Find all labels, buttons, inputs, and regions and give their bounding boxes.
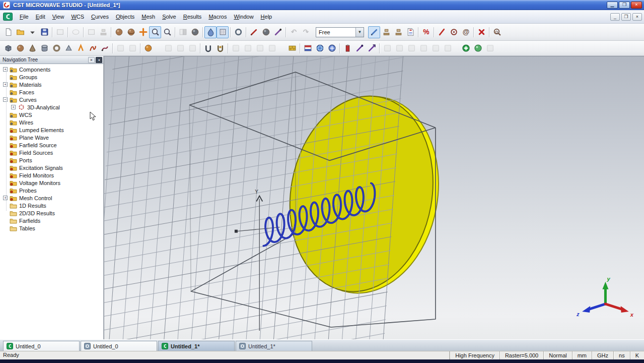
tree-item-wcs[interactable]: WCS [1, 111, 103, 118]
symmetry-planes-button[interactable] [326, 42, 338, 54]
zoom-in-button[interactable] [149, 26, 161, 38]
tree-item-excitation-signals[interactable]: Excitation Signals [1, 164, 103, 171]
tree-item-1d-results[interactable]: 1D Results [1, 202, 103, 209]
menu-wcs[interactable]: WCS [67, 12, 88, 21]
create-curve-button[interactable] [87, 42, 99, 54]
view-mode-combobox[interactable]: Free ▼ [316, 27, 364, 37]
tree-item-curves[interactable]: −Curves [1, 96, 103, 103]
export-object-button[interactable] [404, 26, 416, 38]
pick-rotation-button[interactable]: @ [460, 26, 472, 38]
tab-untitled-0-0[interactable]: Untitled_0 [3, 341, 80, 351]
create-torus-button[interactable] [50, 42, 62, 54]
tab-untitled-1--2[interactable]: Untitled_1* [158, 341, 235, 351]
zoom-out-button[interactable] [161, 26, 173, 38]
pick-edge-button[interactable] [248, 26, 260, 38]
child-restore-button[interactable]: ❐ [621, 13, 631, 21]
spin-view-button[interactable] [125, 26, 137, 38]
create-brick-button[interactable] [2, 42, 14, 54]
combo-dropdown-icon[interactable]: ▼ [355, 28, 364, 37]
tree-item-groups[interactable]: Groups [1, 73, 103, 81]
tree-item-field-sources[interactable]: Field Sources [1, 149, 103, 156]
open-dropdown-button[interactable] [26, 26, 38, 38]
menu-edit[interactable]: Edit [32, 12, 49, 21]
menu-view[interactable]: View [49, 12, 68, 21]
tree-item-components[interactable]: +Components [1, 66, 103, 73]
tree-item-materials[interactable]: +Materials [1, 81, 103, 88]
tree-item-ports[interactable]: Ports [1, 156, 103, 164]
tree-item-wires[interactable]: Wires [1, 118, 103, 126]
pick-face-button[interactable] [260, 26, 272, 38]
tree-item-plane-wave[interactable]: Plane Wave [1, 134, 103, 141]
tree-expand-icon[interactable]: + [3, 196, 8, 200]
tree-expand-icon[interactable]: + [3, 82, 8, 87]
create-extrusion-button[interactable] [62, 42, 75, 54]
tree-item-voltage-monitors[interactable]: Voltage Monitors [1, 179, 103, 187]
boolean-tool-button[interactable]: % [420, 26, 432, 38]
tree-item-field-monitors[interactable]: Field Monitors [1, 171, 103, 179]
axes-toggle-button[interactable] [204, 26, 217, 38]
open-file-button[interactable] [14, 26, 26, 38]
menu-macros[interactable]: Macros [205, 12, 230, 21]
pick-point-button[interactable] [272, 26, 284, 38]
material-library-button[interactable] [286, 42, 298, 54]
start-solver-button[interactable] [460, 42, 472, 54]
tree-expand-icon[interactable]: − [3, 97, 8, 102]
lumped-element-button[interactable] [366, 42, 378, 54]
panel-pin-icon[interactable]: ▪ [96, 57, 102, 63]
copy-stamp-button[interactable] [380, 26, 392, 38]
create-cone-button[interactable] [26, 42, 38, 54]
tab-untitled-0-1[interactable]: Untitled_0 [81, 341, 157, 351]
tree-expand-icon[interactable]: + [11, 105, 16, 109]
edit-properties-button[interactable] [368, 26, 380, 38]
zoom-selection-button[interactable]: Q [491, 26, 503, 38]
tree-item-farfields[interactable]: Farfields [1, 217, 103, 224]
menu-results[interactable]: Results [180, 12, 205, 21]
material-sphere-button[interactable] [142, 42, 154, 54]
tree-item-farfield-source[interactable]: Farfield Source [1, 141, 103, 149]
child-close-button[interactable]: × [632, 13, 642, 21]
workplane-toggle-button[interactable] [217, 26, 229, 38]
menu-mesh[interactable]: Mesh [138, 12, 159, 21]
tree-item-3d-analytical[interactable]: +3D-Analytical [1, 103, 103, 111]
rotate-view-button[interactable] [113, 26, 125, 38]
panel-close-icon[interactable]: × [88, 57, 95, 63]
wcs-link-button[interactable] [232, 26, 244, 38]
tree-item-faces[interactable]: Faces [1, 88, 103, 96]
tree-item-2d-3d-results[interactable]: 2D/3D Results [1, 209, 103, 217]
menu-help[interactable]: Help [257, 12, 276, 21]
new-file-button[interactable] [2, 26, 14, 38]
discrete-port-button[interactable] [353, 42, 366, 54]
tree-item-probes[interactable]: Probes [1, 187, 103, 194]
menu-file[interactable]: File [16, 12, 32, 21]
pick-center-button[interactable] [448, 26, 460, 38]
boolean-add-button[interactable] [202, 42, 214, 54]
tree-item-lumped-elements[interactable]: Lumped Elements [1, 126, 103, 134]
menu-window[interactable]: Window [230, 12, 257, 21]
optimizer-button[interactable] [472, 42, 484, 54]
menu-curves[interactable]: Curves [88, 12, 112, 21]
menu-objects[interactable]: Objects [112, 12, 138, 21]
create-loft-button[interactable] [75, 42, 87, 54]
3d-viewport[interactable]: Y y z x [104, 56, 644, 339]
boolean-insert-button[interactable] [214, 42, 226, 54]
boundary-conditions-button[interactable] [314, 42, 326, 54]
close-button[interactable]: × [631, 2, 642, 9]
tree-item-mesh-control[interactable]: +Mesh Control [1, 194, 103, 202]
save-file-button[interactable] [38, 26, 50, 38]
maximize-button[interactable]: ❒ [619, 2, 630, 9]
tab-untitled-1--3[interactable]: Untitled_1* [236, 341, 312, 351]
tree-expand-icon[interactable]: + [3, 67, 8, 72]
create-3d-curve-button[interactable] [99, 42, 111, 54]
create-sphere-button[interactable] [14, 42, 26, 54]
pan-view-button[interactable] [137, 26, 149, 38]
create-cylinder-button[interactable] [38, 42, 50, 54]
menu-solve[interactable]: Solve [159, 12, 180, 21]
minimize-button[interactable]: ▁ [607, 2, 618, 9]
clear-picks-button[interactable] [475, 26, 487, 38]
paste-stamp-button[interactable] [392, 26, 404, 38]
background-material-button[interactable] [302, 42, 314, 54]
fit-view-button[interactable] [189, 26, 201, 38]
pick-line-button[interactable] [436, 26, 448, 38]
3d-scene[interactable]: Y y z x [104, 56, 644, 339]
tree-item-tables[interactable]: Tables [1, 224, 103, 232]
